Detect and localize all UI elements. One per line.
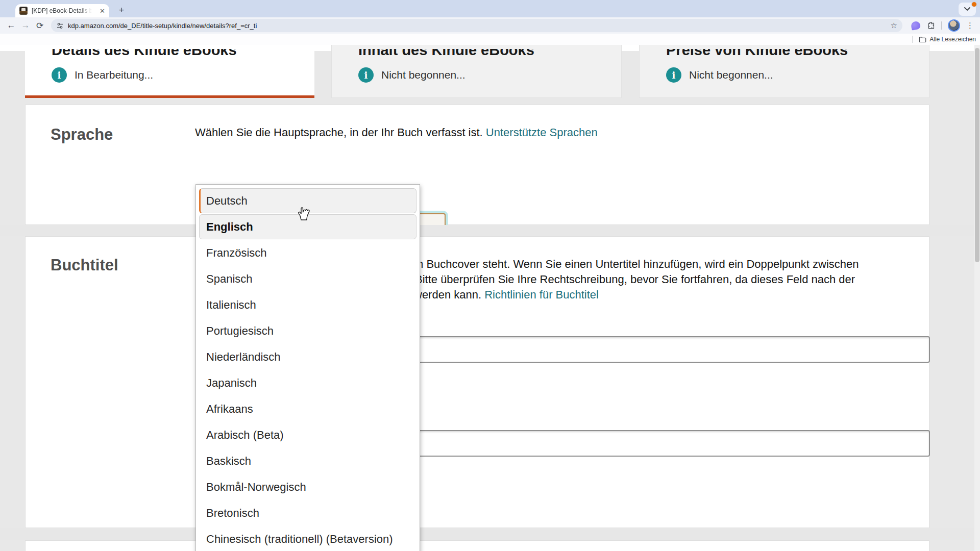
bookmarks-divider <box>912 36 913 43</box>
buchtitel-guidelines-link[interactable]: Richtlinien für Buchtitel <box>484 288 599 301</box>
language-option-italienisch[interactable]: Italienisch <box>199 292 416 317</box>
buchtitel-description-line2: Bitte überprüfen Sie Ihre Rechtschreibun… <box>415 273 855 286</box>
sprache-description: Wählen Sie die Hauptsprache, in der Ihr … <box>195 126 598 139</box>
section-buchtitel: Buchtitel m Buchcover steht. Wenn Sie ei… <box>25 236 929 528</box>
all-bookmarks-label[interactable]: Alle Lesezeichen <box>929 36 976 43</box>
info-icon: i <box>358 67 374 83</box>
bookmarks-folder-icon <box>919 36 926 43</box>
step-card-inhalt[interactable]: Inhalt des Kindle eBooks i Nicht begonne… <box>331 45 622 98</box>
buchtitel-description-line3: werden kann. Richtlinien für Buchtitel <box>414 288 599 302</box>
buchtitel-description-line3-text: werden kann. <box>414 288 481 301</box>
bookmarks-bar: Alle Lesezeichen <box>0 34 980 45</box>
chevron-down-icon <box>964 7 970 11</box>
step-status: In Bearbeitung... <box>75 69 153 81</box>
section-gap <box>0 528 980 540</box>
language-option-bokmal[interactable]: Bokmål-Norwegisch <box>199 474 416 499</box>
back-button[interactable]: ← <box>4 18 18 33</box>
step-title-clip: Inhalt des Kindle eBooks <box>358 49 621 60</box>
profile-avatar[interactable] <box>948 19 960 32</box>
new-tab-button[interactable]: + <box>115 4 128 16</box>
section-sprache: Sprache Wählen Sie die Hauptsprache, in … <box>25 105 929 225</box>
language-option-niederlaendisch[interactable]: Niederländisch <box>199 344 416 369</box>
mouse-cursor-hand <box>296 206 310 221</box>
screen: [KDP] eBook-Details bearbeit ✕ + ← → ⟳ k… <box>0 0 980 551</box>
kdp-page: Details des Kindle eBooks i In Bearbeitu… <box>0 45 980 551</box>
step-title-clip: Preise von Kindle eBooks <box>666 49 929 60</box>
url-bar[interactable]: kdp.amazon.com/de_DE/title-setup/kindle/… <box>51 19 902 32</box>
browser-toolbar: ← → ⟳ kdp.amazon.com/de_DE/title-setup/k… <box>0 17 980 34</box>
sprache-description-text: Wählen Sie die Hauptsprache, in der Ihr … <box>195 126 483 139</box>
language-option-franzoesisch[interactable]: Französisch <box>199 240 416 265</box>
site-settings-icon[interactable] <box>56 22 64 30</box>
tab-strip: [KDP] eBook-Details bearbeit ✕ + <box>0 0 980 17</box>
menu-kebab-icon[interactable]: ⋮ <box>966 21 974 30</box>
notification-dot <box>971 2 977 7</box>
tab-title: [KDP] eBook-Details bearbeit <box>32 7 92 14</box>
extension-icon-purple[interactable] <box>911 20 921 30</box>
language-option-spanisch[interactable]: Spanisch <box>199 266 416 291</box>
browser-tab[interactable]: [KDP] eBook-Details bearbeit ✕ <box>15 4 109 17</box>
next-section-partial <box>25 540 929 551</box>
language-option-chinesisch[interactable]: Chinesisch (traditionell) (Betaversion) <box>199 527 416 551</box>
language-option-portugiesisch[interactable]: Portugiesisch <box>199 318 416 343</box>
step-title: Inhalt des Kindle eBooks <box>358 49 621 59</box>
forward-button[interactable]: → <box>18 18 33 33</box>
scrollbar-thumb[interactable] <box>975 48 979 262</box>
buchtitel-description-line1: m Buchcover steht. Wenn Sie einen Untert… <box>414 258 859 271</box>
step-title-clip: Details des Kindle eBooks <box>52 49 314 60</box>
reload-button[interactable]: ⟳ <box>33 18 47 33</box>
tab-close-icon[interactable]: ✕ <box>100 8 105 14</box>
language-option-arabisch[interactable]: Arabisch (Beta) <box>199 422 416 447</box>
language-option-baskisch[interactable]: Baskisch <box>199 448 416 473</box>
extensions-puzzle-icon[interactable] <box>926 21 935 30</box>
section-gap <box>0 225 980 236</box>
info-icon: i <box>52 67 67 83</box>
page-scrollbar[interactable] <box>974 45 980 551</box>
step-title: Details des Kindle eBooks <box>52 49 314 59</box>
tab-search-button[interactable] <box>959 3 976 16</box>
step-card-preise[interactable]: Preise von Kindle eBooks i Nicht begonne… <box>639 45 929 98</box>
sprache-heading: Sprache <box>51 126 113 144</box>
step-card-details[interactable]: Details des Kindle eBooks i In Bearbeitu… <box>25 45 314 98</box>
toolbar-divider <box>941 21 942 30</box>
language-option-japanisch[interactable]: Japanisch <box>199 370 416 395</box>
language-dropdown-list: Deutsch Englisch Französisch Spanisch It… <box>195 184 420 551</box>
step-title: Preise von Kindle eBooks <box>666 49 929 59</box>
language-option-bretonisch[interactable]: Bretonisch <box>199 500 416 525</box>
url-text[interactable]: kdp.amazon.com/de_DE/title-setup/kindle/… <box>68 22 257 30</box>
step-status: Nicht begonnen... <box>381 69 465 81</box>
buchtitel-heading: Buchtitel <box>51 256 118 274</box>
toolbar-right: ⋮ <box>911 17 980 34</box>
info-icon: i <box>666 67 681 83</box>
kdp-favicon-icon <box>19 7 28 15</box>
bookmark-star-icon[interactable]: ☆ <box>891 21 897 30</box>
language-option-afrikaans[interactable]: Afrikaans <box>199 396 416 421</box>
step-status: Nicht begonnen... <box>689 69 773 81</box>
supported-languages-link[interactable]: Unterstützte Sprachen <box>486 126 598 139</box>
